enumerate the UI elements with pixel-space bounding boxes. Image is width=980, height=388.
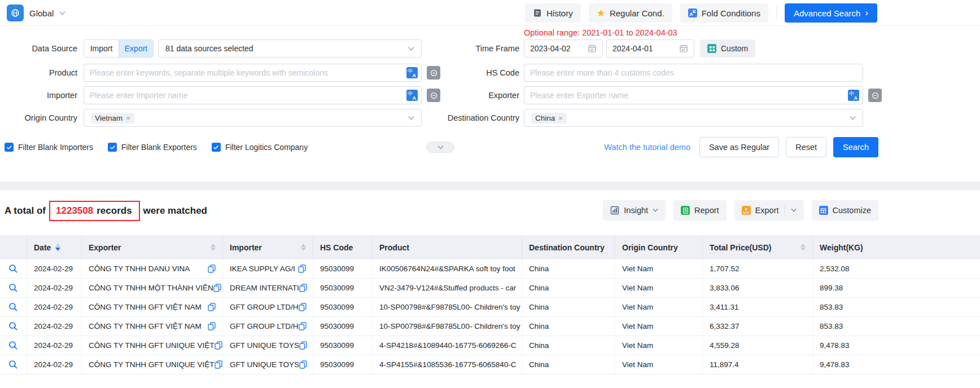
save-as-regular-button[interactable]: Save as Regular <box>699 137 779 157</box>
view-detail-icon[interactable] <box>8 264 18 274</box>
date-start-input[interactable] <box>530 44 588 53</box>
product-field: 中A <box>84 64 422 82</box>
weight-cell: 899.38 <box>813 279 980 297</box>
filter-logitics-company-checkbox[interactable]: Filter Logitics Company <box>212 143 308 152</box>
remove-tag-icon[interactable]: × <box>558 114 563 122</box>
table-header: Date Exporter Importer <box>0 235 980 259</box>
chevron-down-icon <box>438 146 444 149</box>
date-start-picker[interactable] <box>524 39 603 58</box>
app-window: Global History ★ Regular Cond. Fold Cond… <box>0 0 980 388</box>
copy-icon[interactable] <box>299 322 307 330</box>
exporter-cell: CÔNG TY TNHH GFT UNIQUE VIỆT <box>82 355 223 374</box>
copy-icon[interactable] <box>299 284 307 292</box>
import-toggle[interactable]: Import <box>84 40 119 57</box>
section-separator <box>0 182 980 190</box>
exporter-input[interactable] <box>524 86 863 104</box>
copy-icon[interactable] <box>208 322 216 330</box>
column-header-date[interactable]: Date <box>27 235 82 259</box>
customize-button[interactable]: Customize <box>812 200 879 221</box>
importer-name: GFT GROUP LTD/H <box>230 322 299 330</box>
copy-icon[interactable] <box>208 303 216 311</box>
hs-code-input[interactable] <box>524 64 863 82</box>
copy-icon[interactable] <box>298 264 306 273</box>
destination-cell: China <box>522 317 615 336</box>
star-icon: ★ <box>597 8 605 18</box>
row-detail-cell <box>0 259 27 278</box>
product-label: Product <box>0 64 77 82</box>
date-end-input[interactable] <box>613 44 679 53</box>
column-header-importer[interactable]: Importer <box>223 235 313 259</box>
column-header-total-price[interactable]: Total Price(USD) <box>703 235 813 259</box>
chevron-right-icon: › <box>865 8 868 17</box>
total-price-cell: 11,897.4 <box>703 355 813 374</box>
importer-cell: DREAM INTERNATI <box>223 279 313 297</box>
export-button[interactable]: Export <box>734 200 804 221</box>
copy-icon[interactable] <box>213 284 221 292</box>
match-mode-icon[interactable] <box>868 89 882 102</box>
chevron-down-icon[interactable] <box>791 209 797 212</box>
row-detail-cell <box>0 317 27 336</box>
table-row[interactable]: 2024-02-29 CÔNG TY TNHH GFT UNIQUE VIỆT … <box>0 355 980 374</box>
table-row[interactable]: 2024-02-29 CÔNG TY TNHH GFT VIỆT NAM GFT… <box>0 317 980 336</box>
tutorial-demo-link[interactable]: Watch the tutorial demo <box>604 143 690 152</box>
form-row-filters: Filter Blank Importers Filter Blank Expo… <box>0 137 980 157</box>
table-row[interactable]: 2024-02-29 CÔNG TY TNHH GFT VIỆT NAM GFT… <box>0 298 980 317</box>
view-detail-icon[interactable] <box>8 341 18 350</box>
column-header-exporter[interactable]: Exporter <box>82 235 223 259</box>
results-summary: A total of 1223508 records were matched <box>5 199 207 223</box>
results-table: Date Exporter Importer <box>0 235 980 374</box>
importer-name: IKEA SUPPLY AG/I <box>230 264 295 273</box>
export-toggle[interactable]: Export <box>119 40 153 57</box>
importer-cell: GFT UNIQUE TOYS <box>223 355 313 374</box>
region-selector[interactable]: Global <box>7 5 65 21</box>
exporter-cell: CÔNG TY TNHH GFT UNIQUE VIỆT <box>82 336 223 355</box>
regular-cond-button[interactable]: ★ Regular Cond. <box>589 3 672 23</box>
copy-icon[interactable] <box>299 341 307 350</box>
copy-icon[interactable] <box>215 360 222 369</box>
divider <box>785 205 785 216</box>
translate-icon[interactable]: 中A <box>848 90 859 101</box>
copy-icon[interactable] <box>215 341 222 350</box>
insight-button[interactable]: Insight <box>603 200 666 221</box>
collapse-panel-button[interactable] <box>426 142 454 153</box>
table-row[interactable]: 2024-02-29 CÔNG TY TNHH DANU VINA IKEA S… <box>0 259 980 279</box>
data-sources-select[interactable]: 81 data sources selected <box>158 39 422 58</box>
translate-icon[interactable]: 中A <box>406 90 418 101</box>
destination-country-select[interactable]: China× <box>524 109 863 127</box>
search-button[interactable]: Search <box>833 137 878 157</box>
form-actions: Watch the tutorial demo Save as Regular … <box>604 137 878 157</box>
custom-range-button[interactable]: Custom <box>700 39 755 58</box>
view-detail-icon[interactable] <box>8 302 18 312</box>
report-button[interactable]: Report <box>673 200 727 221</box>
origin-country-select[interactable]: Vietnam× <box>84 109 422 127</box>
history-button[interactable]: History <box>525 3 581 23</box>
remove-tag-icon[interactable]: × <box>126 114 130 122</box>
table-row[interactable]: 2024-02-29 CÔNG TY TNHH MỘT THÀNH VIÊN D… <box>0 279 980 298</box>
filter-blank-importers-checkbox[interactable]: Filter Blank Importers <box>5 143 93 152</box>
date-cell: 2024-02-29 <box>27 259 82 278</box>
copy-icon[interactable] <box>299 303 307 311</box>
view-detail-icon[interactable] <box>8 360 18 369</box>
importer-cell: GFT UNIQUE TOYS <box>223 336 313 355</box>
date-end-picker[interactable] <box>606 39 694 58</box>
advanced-search-button[interactable]: Advanced Search › <box>785 3 877 23</box>
filter-blank-exporters-checkbox[interactable]: Filter Blank Exporters <box>108 143 197 152</box>
fold-conditions-button[interactable]: Fold Conditions <box>680 3 768 23</box>
weight-cell: 853.83 <box>813 317 980 336</box>
reset-button[interactable]: Reset <box>786 137 826 157</box>
translate-icon[interactable]: 中A <box>406 67 418 78</box>
importer-name: GFT UNIQUE TOYS <box>230 360 299 369</box>
view-detail-icon[interactable] <box>8 321 18 331</box>
table-row[interactable]: 2024-02-29 CÔNG TY TNHH GFT UNIQUE VIỆT … <box>0 336 980 355</box>
globe-logo-icon <box>7 5 24 21</box>
hs-code-cell: 95030099 <box>313 336 373 355</box>
copy-icon[interactable] <box>299 360 307 369</box>
total-price-cell: 4,559.28 <box>703 336 813 355</box>
product-cell: 4-SP4155#&1085536-16775-6065840-C <box>373 355 522 374</box>
exporter-name: CÔNG TY TNHH GFT VIỆT NAM <box>89 322 202 330</box>
importer-input[interactable] <box>84 86 422 104</box>
product-input[interactable] <box>84 64 422 82</box>
view-detail-icon[interactable] <box>8 283 18 293</box>
destination-cell: China <box>522 298 615 316</box>
copy-icon[interactable] <box>208 264 216 273</box>
